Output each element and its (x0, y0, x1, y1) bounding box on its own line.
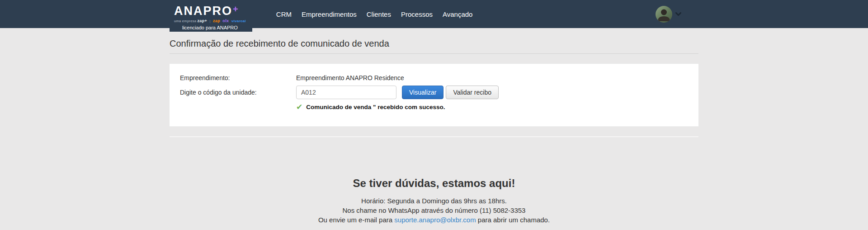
unit-code-input[interactable] (296, 86, 396, 99)
nav-item-processos[interactable]: Processos (396, 10, 438, 18)
sale-confirmation-card: Empreendimento: Empreendimento ANAPRO Re… (170, 64, 698, 126)
page-title: Confirmação de recebimento de comunicado… (170, 38, 698, 49)
brand-tagline: uma empresa zap+ | zap olx vivareal (174, 19, 246, 23)
success-message: Comunicado de venda " recebido com suces… (306, 104, 445, 110)
top-navbar: ANAPRO+ uma empresa zap+ | zap olx vivar… (0, 0, 868, 28)
user-menu[interactable] (656, 0, 681, 28)
support-hours: Horário: Segunda a Domingo das 9hrs as 1… (170, 196, 698, 206)
nav-item-crm[interactable]: CRM (271, 10, 297, 18)
development-value: Empreendimento ANAPRO Residence (296, 74, 688, 81)
zapmais-logo: zap+ (198, 19, 207, 23)
unit-code-controls: Visualizar Validar recibo (296, 86, 688, 99)
anapro-wordmark: ANAPRO+ (174, 3, 246, 17)
user-avatar[interactable] (656, 6, 672, 23)
support-email-line: Ou envie um e-mail para suporte.anapro@o… (170, 215, 698, 225)
support-email-link[interactable]: suporte.anapro@olxbr.com (394, 216, 476, 224)
support-heading: Se tiver dúvidas, estamos aqui! (170, 177, 698, 190)
logo-plus-icon: + (233, 4, 239, 14)
success-message-container: ✔ Comunicado de venda " recebido com suc… (296, 103, 688, 111)
support-section: Se tiver dúvidas, estamos aqui! Horário:… (170, 177, 698, 225)
support-whatsapp: Nos chame no WhatsApp através do número … (170, 206, 698, 215)
success-row: ✔ Comunicado de venda " recebido com suc… (180, 103, 688, 111)
main-nav: CRM Empreendimentos Clientes Processos A… (271, 0, 478, 28)
development-row: Empreendimento: Empreendimento ANAPRO Re… (180, 74, 688, 81)
page-header: Confirmação de recebimento de comunicado… (170, 28, 698, 54)
support-lines: Horário: Segunda a Domingo das 9hrs as 1… (170, 196, 698, 225)
unit-code-label: Digite o código da unidade: (180, 89, 296, 96)
visualizar-button[interactable]: Visualizar (402, 86, 443, 99)
success-check-icon: ✔ (296, 103, 302, 111)
zap-logo: zap (213, 19, 220, 23)
nav-item-empreendimentos[interactable]: Empreendimentos (297, 10, 362, 18)
validar-recibo-button[interactable]: Validar recibo (446, 86, 499, 99)
support-email-prefix: Ou envie um e-mail para (318, 216, 392, 224)
main-content: Confirmação de recebimento de comunicado… (170, 28, 698, 225)
olx-logo: olx (222, 19, 229, 23)
support-email-suffix: para abrir um chamado. (478, 216, 550, 224)
nav-item-avancado[interactable]: Avançado (438, 10, 477, 18)
development-label: Empreendimento: (180, 74, 296, 81)
anapro-logo[interactable]: ANAPRO+ uma empresa zap+ | zap olx vivar… (170, 0, 252, 32)
chevron-down-icon[interactable] (675, 12, 681, 16)
unit-code-row: Digite o código da unidade: Visualizar V… (180, 86, 688, 99)
vivareal-logo: vivareal (231, 19, 246, 23)
nav-item-clientes[interactable]: Clientes (362, 10, 396, 18)
content-divider (170, 136, 698, 137)
